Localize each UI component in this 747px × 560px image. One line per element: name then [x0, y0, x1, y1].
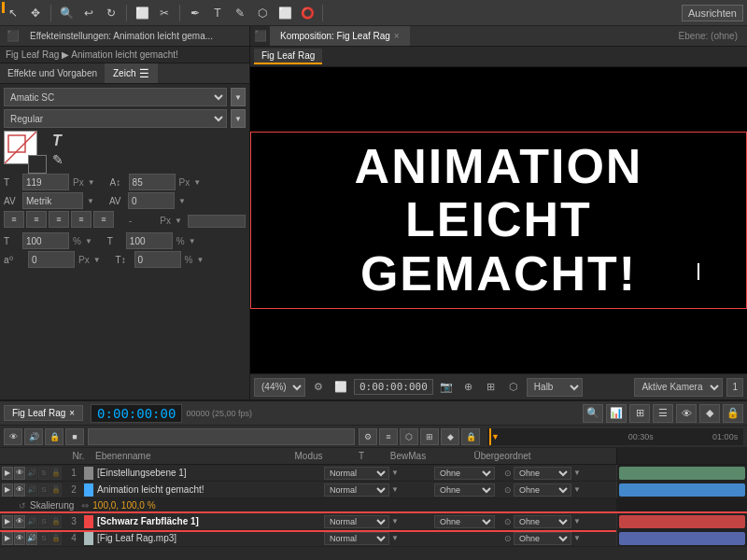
- layer4-solo-btn[interactable]: S: [38, 532, 49, 545]
- eraser-tool[interactable]: ⬜: [275, 4, 294, 22]
- tl-btn-search[interactable]: 🔍: [583, 404, 603, 423]
- roto-tool[interactable]: ⭕: [298, 4, 317, 22]
- layer1-name[interactable]: [Einstellungsebene 1]: [95, 468, 324, 478]
- tsub-input[interactable]: [134, 251, 181, 268]
- comp-tab-close[interactable]: ×: [394, 31, 400, 41]
- tl-search-type-btn[interactable]: ≡: [379, 428, 398, 445]
- align-center-btn[interactable]: ≡: [26, 211, 47, 228]
- leading-arrow[interactable]: ▼: [193, 178, 201, 187]
- layer1-bewmas-select[interactable]: Ohne: [434, 467, 495, 480]
- color-swatch-container[interactable]: [4, 131, 43, 170]
- layer3-lock-btn[interactable]: 🔒: [50, 515, 62, 528]
- layer1-bar[interactable]: [619, 467, 745, 480]
- layer4-name[interactable]: [Fig Leaf Rag.mp3]: [95, 533, 324, 543]
- kerning-arrow[interactable]: ▼: [87, 197, 94, 205]
- layer1-modus-select[interactable]: Normal: [324, 467, 389, 480]
- tl-btn-solo[interactable]: ☰: [653, 404, 673, 423]
- background-swatch[interactable]: [28, 155, 47, 174]
- hscale-arrow[interactable]: ▼: [85, 237, 92, 245]
- font-size-input[interactable]: [22, 174, 69, 190]
- layer1-expand-btn[interactable]: ▶: [2, 467, 13, 480]
- scissors-tool[interactable]: ✂: [155, 4, 174, 22]
- layer3-audio-btn[interactable]: 🔊: [26, 515, 37, 528]
- layer3-bewmas-select[interactable]: Ohne: [434, 515, 495, 528]
- layer2-expand-btn[interactable]: ▶: [2, 483, 13, 497]
- skalierung-value[interactable]: 100,0, 100,0 %: [92, 500, 155, 511]
- pencil-icon[interactable]: ✎: [52, 152, 63, 167]
- tl-audio-btn[interactable]: 🔊: [24, 428, 43, 445]
- effekte-tab[interactable]: Effekte und Vorgaben: [0, 63, 106, 83]
- move-tool[interactable]: ✥: [26, 4, 45, 22]
- layer3-modus-select[interactable]: Normal: [324, 515, 389, 528]
- comp-grid-icon[interactable]: ⊞: [482, 378, 500, 397]
- layer2-ueber-select[interactable]: Ohne: [514, 483, 571, 497]
- layer4-audio-btn[interactable]: 🔊: [26, 532, 37, 545]
- layer1-vis-btn[interactable]: 👁: [14, 467, 25, 480]
- font-family-select[interactable]: Amatic SC: [4, 88, 227, 106]
- pencil-tool[interactable]: ✎: [231, 4, 249, 22]
- align-justify-btn[interactable]: ≡: [71, 211, 92, 228]
- layer2-bewmas-select[interactable]: Ohne: [434, 483, 495, 497]
- size-down-arrow[interactable]: ▼: [88, 178, 95, 187]
- tl-search-extra2-btn[interactable]: ◆: [441, 428, 459, 445]
- layer2-audio-btn[interactable]: 🔊: [26, 483, 37, 497]
- stroke-arrow[interactable]: ▼: [175, 217, 182, 225]
- comp-region-icon[interactable]: ⬜: [331, 378, 350, 397]
- align-full-btn[interactable]: ≡: [93, 211, 114, 228]
- comp-tab-icon[interactable]: ⬛: [250, 26, 271, 46]
- text-tool[interactable]: T: [208, 4, 227, 22]
- tl-btn-lock[interactable]: 🔒: [723, 404, 743, 423]
- layer2-name[interactable]: Animation leicht gemacht!: [95, 484, 324, 495]
- layer3-ueber-select[interactable]: Ohne: [514, 515, 571, 528]
- tl-btn-graph[interactable]: 📊: [606, 404, 627, 423]
- tracking-input[interactable]: [128, 192, 175, 209]
- layer1-solo-btn[interactable]: S: [38, 467, 49, 480]
- align-left-btn[interactable]: ≡: [4, 211, 24, 228]
- comp-tab-fig-leaf-rag[interactable]: Komposition: Fig Leaf Rag ×: [271, 26, 410, 46]
- layer4-expand-btn[interactable]: ▶: [2, 532, 13, 545]
- comp-3d-icon[interactable]: ⬡: [504, 378, 523, 397]
- comp-settings-icon[interactable]: ⚙: [309, 378, 328, 397]
- layer3-solo-btn[interactable]: S: [38, 515, 49, 528]
- kerning-input[interactable]: [22, 192, 83, 209]
- tl-vis-btn[interactable]: 👁: [4, 428, 22, 445]
- text-bounding-box[interactable]: ANIMATION LEICHT GEMACHT!: [250, 132, 747, 309]
- clone-tool[interactable]: ⬡: [253, 4, 272, 22]
- comp-snap-icon[interactable]: ⊕: [459, 378, 478, 397]
- camera-select[interactable]: Aktive Kamera: [634, 378, 723, 397]
- tl-btn-shy[interactable]: 👁: [676, 404, 697, 423]
- timeline-search-input[interactable]: [88, 428, 355, 445]
- tl-search-go-btn[interactable]: ⚙: [359, 428, 377, 445]
- vscale-input[interactable]: [126, 232, 173, 249]
- zoom-tool[interactable]: 🔍: [57, 4, 76, 22]
- font-style-arrow[interactable]: ▼: [231, 109, 246, 128]
- comp-subtab-fig-leaf[interactable]: Fig Leaf Rag: [254, 49, 322, 64]
- tl-lock-btn[interactable]: 🔒: [45, 428, 63, 445]
- playhead[interactable]: [489, 428, 491, 445]
- layer2-vis-btn[interactable]: 👁: [14, 483, 25, 497]
- stroke-input[interactable]: [135, 213, 156, 230]
- shape-tool[interactable]: ⬜: [133, 4, 151, 22]
- tsub-arrow[interactable]: ▼: [197, 256, 204, 264]
- quality-select[interactable]: Halb: [527, 378, 583, 397]
- timeline-tab[interactable]: Fig Leaf Rag ×: [4, 405, 83, 421]
- layer4-ueber-select[interactable]: Ohne: [514, 532, 571, 545]
- layer4-bar[interactable]: [619, 532, 745, 545]
- font-family-arrow[interactable]: ▼: [231, 88, 246, 106]
- hscale-input[interactable]: [22, 232, 69, 249]
- baseline-input[interactable]: [28, 251, 75, 268]
- text-icon[interactable]: T: [52, 133, 63, 149]
- layer2-bar[interactable]: [619, 483, 745, 497]
- baseline-arrow[interactable]: ▼: [93, 256, 101, 264]
- layer2-modus-select[interactable]: Normal: [324, 483, 389, 497]
- timeline-tab-close[interactable]: ×: [69, 408, 75, 418]
- channel-button[interactable]: 1: [726, 378, 743, 397]
- tl-btn-mode[interactable]: ⊞: [629, 404, 650, 423]
- tracking-arrow[interactable]: ▼: [178, 197, 186, 205]
- layer4-modus-select[interactable]: Normal: [324, 532, 389, 545]
- layer4-vis-btn[interactable]: 👁: [14, 532, 25, 545]
- layer4-lock-btn[interactable]: 🔒: [50, 532, 62, 545]
- layer2-lock-btn[interactable]: 🔒: [50, 483, 62, 497]
- layer3-vis-btn[interactable]: 👁: [14, 515, 25, 528]
- tl-label-btn[interactable]: ■: [65, 428, 84, 445]
